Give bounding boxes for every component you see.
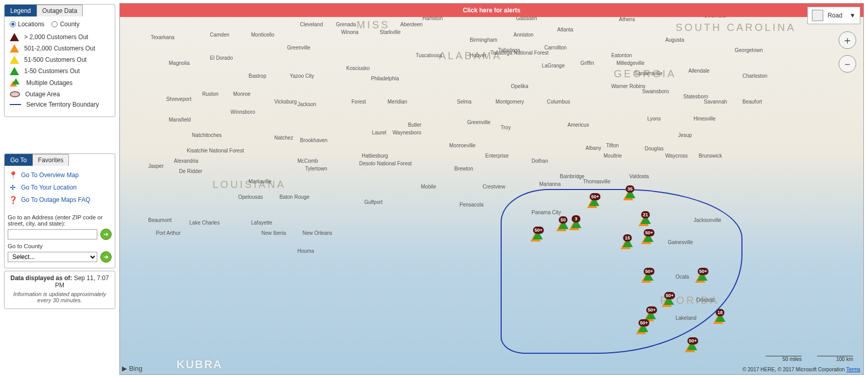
city-label: Waycross [665, 153, 688, 159]
city-label: Allendale [688, 68, 710, 74]
scalebar-miles: 50 miles [783, 356, 802, 362]
outage-marker[interactable]: 50+ [640, 233, 654, 245]
city-label: Forest [351, 99, 366, 105]
map-type-label: Road [827, 12, 842, 19]
multiple-outages-icon [10, 78, 21, 88]
zoom-out-button[interactable]: － [839, 55, 856, 73]
radio-unselected-icon [51, 21, 58, 27]
city-label: Greenville [287, 45, 310, 50]
city-label: Gulfport [364, 199, 383, 205]
city-label: Tylertown [305, 166, 327, 171]
city-label: Marianna [539, 181, 561, 187]
zoom-in-button[interactable]: ＋ [839, 31, 856, 49]
city-label: New Iberia [261, 230, 286, 236]
county-select[interactable]: Select... [8, 252, 97, 262]
address-input[interactable] [8, 229, 97, 239]
legend-service-boundary-label: Service Territory Boundary [26, 101, 99, 108]
marker-badge: 50+ [687, 337, 698, 344]
tab-outage-data[interactable]: Outage Data [37, 5, 83, 16]
outage-marker[interactable]: 50+ [683, 341, 698, 353]
outage-marker[interactable]: 21 [637, 215, 651, 227]
city-label: Bainbridge [560, 174, 584, 179]
city-label: Albany [586, 145, 601, 151]
outage-marker[interactable]: 50+ [640, 271, 654, 284]
outage-marker[interactable]: 50+ [660, 296, 675, 308]
city-label: Kosciusko [346, 65, 370, 71]
outage-area-icon [10, 91, 20, 97]
city-label: Meridian [387, 99, 407, 105]
marker-badge: 50+ [533, 227, 544, 234]
legend-item: 51-500 Customers Out [10, 56, 110, 64]
city-label: Lafayette [251, 220, 272, 226]
city-label: Philadelphia [371, 76, 399, 81]
map-viewport[interactable]: Click here for alerts Road ▼ ＋ － LOUISIA… [119, 3, 864, 375]
alerts-banner[interactable]: Click here for alerts [120, 4, 863, 17]
triangle-icon [10, 44, 19, 53]
city-label: Baton Rouge [279, 194, 309, 200]
outage-marker[interactable]: 35 [622, 189, 636, 201]
goto-faq[interactable]: ❓ Go To Outage Maps FAQ [7, 194, 113, 206]
tab-favorites[interactable]: Favorites [32, 154, 69, 166]
tab-legend[interactable]: Legend [5, 5, 37, 16]
goto-panel: Go To Favorites 📍 Go To Overview Map ✛ G… [4, 153, 115, 268]
city-label: Augusta [665, 37, 684, 43]
city-label: Douglas [645, 146, 664, 151]
state-label: LOUISIANA [212, 179, 286, 191]
city-label: Carrollton [544, 45, 566, 50]
radio-county[interactable]: County [51, 21, 79, 28]
bing-logo: ▶ Bing [122, 365, 143, 372]
city-label: Cleveland [300, 22, 323, 27]
city-label: Charleston [742, 73, 767, 79]
copyright-text: © 2017 HERE, © 2017 Microsoft Corporatio… [742, 367, 845, 372]
address-go-button[interactable]: ➜ [100, 229, 112, 240]
city-label: Anniston [513, 32, 534, 38]
outage-marker[interactable]: 15 [619, 238, 633, 250]
outage-marker[interactable]: 50+ [694, 271, 708, 284]
county-label: Go to County [8, 243, 112, 249]
county-go-button[interactable]: ➜ [100, 251, 112, 263]
radio-locations[interactable]: Locations [10, 21, 44, 28]
city-label: Monroeville [449, 143, 475, 148]
city-label: New Orleans [303, 230, 332, 236]
marker-badge: 21 [641, 211, 650, 218]
terms-link[interactable]: Terms [846, 367, 860, 372]
city-label: De Ridder [179, 168, 202, 174]
outage-marker[interactable]: 50 [555, 220, 569, 232]
triangle-icon [10, 56, 19, 64]
chevron-down-icon: ▼ [849, 12, 856, 19]
city-label: Talladega National Forest [490, 50, 548, 56]
legend-item: 1-50 Customers Out [10, 67, 110, 75]
city-label: Brunswick [699, 153, 722, 159]
goto-your-location[interactable]: ✛ Go To Your Location [7, 181, 113, 194]
city-label: Winona [341, 29, 359, 35]
city-label: Atlanta [557, 27, 573, 32]
marker-badge: 3 [572, 215, 580, 222]
legend-item-label: > 2,000 Customers Out [24, 33, 88, 41]
outage-marker[interactable]: 50+ [586, 197, 600, 209]
city-label: Starkville [380, 29, 401, 35]
city-label: Brewton [454, 166, 473, 171]
city-label: Butler [408, 122, 421, 128]
marker-badge: 18 [716, 309, 724, 316]
city-label: Tifton [606, 143, 619, 148]
state-label: GEORGIA [614, 68, 676, 80]
outage-marker[interactable]: 50+ [529, 230, 543, 243]
outage-marker[interactable]: 50+ [634, 323, 649, 335]
city-label: Texarkana [151, 35, 174, 40]
city-label: Mansfield [169, 117, 191, 123]
map-type-selector[interactable]: Road ▼ [807, 7, 860, 24]
state-label: SOUTH CAROLINA [676, 22, 796, 33]
legend-item-label: 51-500 Customers Out [24, 56, 86, 63]
outage-marker[interactable]: 18 [712, 313, 726, 325]
pin-icon: 📍 [9, 171, 17, 179]
marker-badge: 50+ [644, 229, 654, 236]
city-label: Athens [619, 16, 635, 22]
city-label: Shreveport [166, 96, 191, 102]
goto-overview-map[interactable]: 📍 Go To Overview Map [7, 169, 113, 181]
city-label: Alexandria [174, 158, 198, 164]
city-label: Houma [297, 248, 314, 254]
city-label: Milledgeville [616, 60, 644, 66]
outage-marker[interactable]: 3 [568, 219, 582, 231]
tab-goto[interactable]: Go To [5, 154, 32, 166]
city-label: Beaufort [742, 99, 762, 105]
